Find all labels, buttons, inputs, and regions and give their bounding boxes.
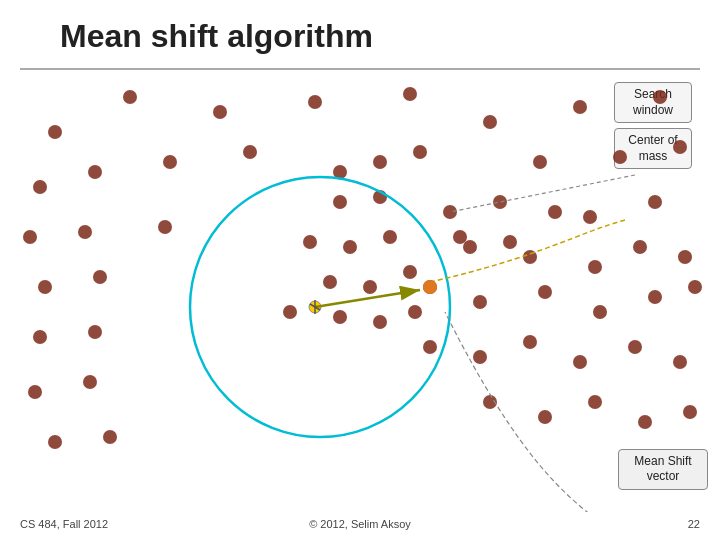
svg-point-51 [493,195,507,209]
svg-point-44 [103,430,117,444]
svg-point-23 [523,250,537,264]
svg-point-57 [413,145,427,159]
svg-point-38 [473,350,487,364]
svg-point-0 [48,125,62,139]
svg-point-18 [583,210,597,224]
svg-point-64 [363,280,377,294]
svg-point-35 [28,385,42,399]
svg-point-61 [343,240,357,254]
slide: Mean shift algorithm Search window Cente… [0,0,720,540]
svg-point-47 [588,395,602,409]
slide-title: Mean shift algorithm [60,18,373,55]
svg-point-60 [303,235,317,249]
svg-point-16 [78,225,92,239]
svg-point-5 [483,115,497,129]
svg-point-24 [588,260,602,274]
svg-point-7 [653,90,667,104]
svg-point-6 [573,100,587,114]
svg-point-33 [648,290,662,304]
svg-point-39 [523,335,537,349]
center-of-mass-point [423,280,437,294]
svg-point-13 [613,150,627,164]
svg-point-66 [283,305,297,319]
search-window-connector [450,175,635,212]
svg-point-36 [83,375,97,389]
svg-point-8 [33,180,47,194]
svg-point-34 [688,280,702,294]
svg-point-26 [678,250,692,264]
visualization-area [0,72,720,512]
svg-point-49 [683,405,697,419]
footer-copyright: © 2012, Selim Aksoy [309,518,411,530]
svg-point-27 [33,330,47,344]
svg-point-9 [88,165,102,179]
svg-point-41 [628,340,642,354]
svg-point-58 [333,195,347,209]
svg-point-30 [473,295,487,309]
svg-point-15 [23,230,37,244]
svg-point-14 [673,140,687,154]
svg-point-62 [383,230,397,244]
svg-point-25 [633,240,647,254]
svg-point-17 [158,220,172,234]
svg-point-67 [333,310,347,324]
svg-point-68 [373,315,387,329]
svg-point-63 [323,275,337,289]
footer-page-number: 22 [688,518,700,530]
svg-point-20 [38,280,52,294]
svg-point-37 [423,340,437,354]
svg-point-32 [593,305,607,319]
svg-point-56 [373,155,387,169]
svg-point-2 [213,105,227,119]
svg-point-69 [408,305,422,319]
svg-point-43 [48,435,62,449]
svg-point-3 [308,95,322,109]
svg-point-12 [533,155,547,169]
svg-point-53 [453,230,467,244]
svg-point-31 [538,285,552,299]
svg-point-65 [403,265,417,279]
svg-point-19 [648,195,662,209]
svg-point-21 [93,270,107,284]
svg-point-52 [548,205,562,219]
svg-point-28 [88,325,102,339]
svg-point-4 [403,87,417,101]
svg-point-40 [573,355,587,369]
footer-course: CS 484, Fall 2012 [20,518,108,530]
svg-point-1 [123,90,137,104]
svg-point-22 [463,240,477,254]
data-points [23,87,702,449]
svg-point-54 [503,235,517,249]
svg-point-48 [638,415,652,429]
title-divider [20,68,700,70]
svg-point-10 [163,155,177,169]
svg-point-42 [673,355,687,369]
svg-point-11 [243,145,257,159]
svg-point-46 [538,410,552,424]
